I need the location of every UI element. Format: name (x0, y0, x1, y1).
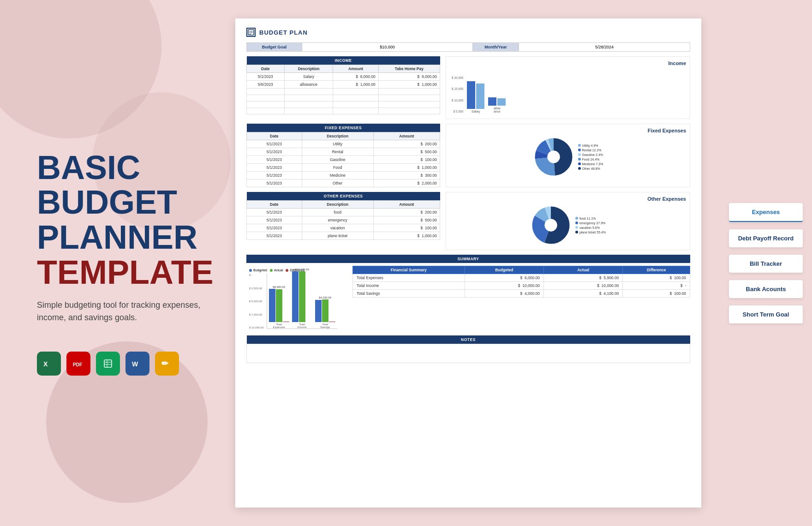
svg-text:X: X (43, 360, 48, 368)
income-col-date: Date (247, 65, 285, 73)
notes-body[interactable] (247, 344, 690, 363)
summary-table: Financial Summary Budgeted Actual Differ… (352, 266, 690, 298)
sidebar-btn-bill[interactable]: Bill Tracker (729, 255, 803, 273)
fixed-expenses-chart: Fixed Expenses (446, 124, 690, 187)
pages-icon[interactable]: ✏ (155, 352, 179, 376)
fixed-col-amount: Amount (373, 132, 440, 140)
svg-point-18 (547, 151, 560, 163)
notes-title: NOTES (247, 335, 690, 344)
bar-total-expenses: $6,000.00 TotalExpenses (269, 286, 289, 329)
income-table: INCOME Date Description Amount Take Home… (246, 56, 440, 114)
sum-row1-diff: $ 100.00 (623, 274, 690, 282)
title-line4: TEMPLATE (37, 254, 214, 291)
income-row2-amount: $ 1,000.00 (333, 81, 378, 89)
ts-diff-bar (329, 322, 335, 322)
summary-header-table: SUMMARY (246, 255, 690, 263)
bar-total-savings: $4,100.00 TotalSavings (315, 296, 335, 329)
income-row1-date: 5/1/2023 (247, 73, 285, 81)
sum-col-budgeted: Budgeted (465, 266, 543, 274)
sum-row3-budgeted: $ 4,000.00 (465, 290, 543, 298)
fixed-pie-svg (533, 136, 574, 178)
income-col-takehome: Take Home Pay (378, 65, 440, 73)
fixed-col-desc: Description (302, 132, 373, 140)
income-col-amount: Amount (333, 65, 378, 73)
other-expenses-section: OTHER EXPENSES Date Description Amount 5… (246, 192, 690, 250)
fixed-expenses-pie: Utility 4.9% Rental 12.2% Gasoline 2.4% … (450, 136, 686, 178)
salary-bar-budgeted (467, 81, 475, 109)
month-year-label: Month/Year (473, 43, 519, 51)
fixed-expenses-chart-title: Fixed Expenses (450, 128, 686, 133)
budget-goal-value: $10,000 (302, 43, 473, 51)
other-expenses-chart-title: Other Expenses (450, 196, 686, 202)
income-chart-title: Income (450, 60, 686, 66)
income-title: INCOME (247, 56, 440, 65)
other-col-amount: Amount (373, 201, 440, 209)
sidebar-btn-debt[interactable]: Debt Payoff Record (729, 229, 803, 247)
summary-table-wrapper: Financial Summary Budgeted Actual Differ… (352, 266, 690, 332)
sidebar-btn-bank[interactable]: Bank Acounts (729, 280, 803, 298)
te-diff-bar (283, 322, 289, 322)
fixed-col-date: Date (247, 132, 302, 140)
bar-total-income: $10,000.00 TotalIncome (292, 268, 312, 329)
total-savings-bars (315, 299, 335, 322)
salary-bar-label: Salary (472, 110, 480, 113)
fixed-pie-legend: Utility 4.9% Rental 12.2% Gasoline 2.4% … (578, 144, 603, 170)
other-expenses-table: OTHER EXPENSES Date Description Amount 5… (246, 192, 440, 240)
app-icons: X PDF W ✏ (37, 352, 208, 376)
sidebar-btn-goal[interactable]: Short Term Goal (729, 305, 803, 323)
salary-bar-actual (476, 84, 484, 109)
income-row2-takehome: $ 1,000.00 (378, 81, 440, 89)
sum-col-label: Financial Summary (353, 266, 465, 274)
sum-row2-label: Total Income (353, 282, 465, 290)
sum-row1-label: Total Expenses (353, 274, 465, 282)
total-expenses-bars (269, 289, 289, 322)
ts-actual-bar (322, 299, 328, 322)
pdf-icon[interactable]: PDF (66, 352, 90, 376)
budget-goal-label: Budget Goal (247, 43, 302, 51)
sum-row2-diff: $ - (623, 282, 690, 290)
title-line2: BUDGET (37, 184, 177, 221)
income-row1-takehome: $ 9,000.00 (378, 73, 440, 81)
other-pie-legend: food 11.1% emergency 27.9% vacation 5.6%… (575, 217, 606, 234)
income-row1-amount: $ 8,000.00 (333, 73, 378, 81)
svg-point-23 (544, 219, 557, 232)
summary-title: SUMMARY (246, 255, 690, 263)
doc-header: BUDGET PLAN (246, 28, 690, 37)
sum-row1-actual: $ 5,900.00 (544, 274, 623, 282)
sum-row1-budgeted: $ 6,000.00 (465, 274, 543, 282)
meta-row: Budget Goal $10,000 Month/Year 5/28/2024 (246, 42, 690, 52)
sum-row3-actual: $ 4,100.00 (544, 290, 623, 298)
title-line1: BASIC (37, 149, 140, 186)
summary-inner: Budgeted Actual Difference $ 10,000.00 $… (246, 266, 690, 332)
ti-actual-bar (299, 271, 305, 322)
fixed-expenses-section: FIXED EXPENSES Date Description Amount 5… (246, 124, 690, 187)
sum-col-difference: Difference (623, 266, 690, 274)
other-expenses-pie: food 11.1% emergency 27.9% vacation 5.6%… (450, 204, 686, 246)
fixed-expenses-title: FIXED EXPENSES (247, 124, 440, 132)
summary-y-axis: $ 10,000.00 $ 7,500.00 $ 5,000.00 $ 2,50… (249, 274, 264, 329)
total-income-bars (292, 271, 312, 322)
sum-col-actual: Actual (544, 266, 623, 274)
word-icon[interactable]: W (125, 352, 149, 376)
sidebar-btn-expenses[interactable]: Expenses (729, 203, 803, 222)
income-row2-desc: allowance (284, 81, 333, 89)
summary-chart-area: Budgeted Actual Difference $ 10,000.00 $… (246, 266, 348, 332)
allowance-bar-actual (497, 98, 506, 106)
left-panel: BASIC BUDGET PLANNER TEMPLATE Simple bud… (0, 0, 235, 526)
doc-title: BUDGET PLAN (259, 29, 308, 36)
sum-row2-actual: $ 10,000.00 (544, 282, 623, 290)
income-row1-desc: Salary (284, 73, 333, 81)
ti-budget-bar (292, 271, 299, 322)
income-chart: Income $ 20,000 $ 15,000 $ 10,000 $ 5,00… (446, 56, 690, 119)
income-col-desc: Description (284, 65, 333, 73)
sheets-icon[interactable] (96, 352, 120, 376)
income-row2-date: 5/6/2023 (247, 81, 285, 89)
te-actual-bar (276, 289, 282, 322)
income-section: INCOME Date Description Amount Take Home… (246, 56, 690, 119)
allowance-bar-label: allowance (494, 107, 501, 113)
svg-text:PDF: PDF (73, 362, 82, 367)
sum-row3-diff: $ 100.00 (623, 290, 690, 298)
excel-icon[interactable]: X (37, 352, 61, 376)
other-pie-svg (530, 204, 572, 246)
ts-budget-bar (315, 300, 322, 322)
